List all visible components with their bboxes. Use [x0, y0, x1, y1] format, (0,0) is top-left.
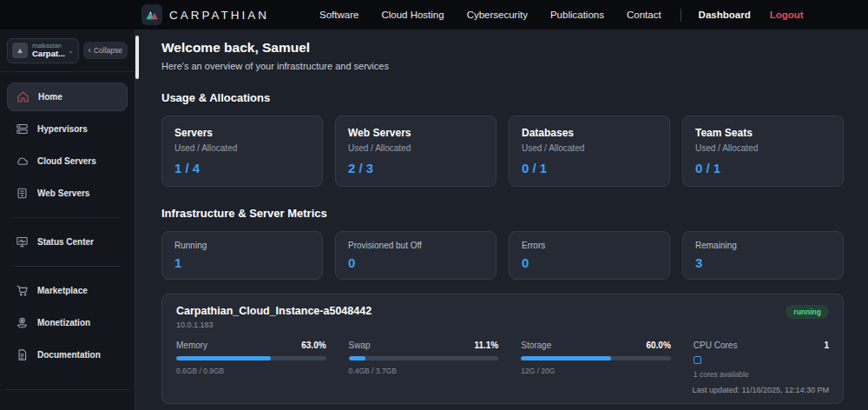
sidebar-item-label: Home [38, 92, 62, 102]
org-switcher[interactable]: ▲ malkasian Carpat... ⌄ [7, 38, 79, 63]
mountain-logo-icon [141, 4, 162, 25]
sidebar-item-hypervisors[interactable]: Hypervisors [7, 115, 128, 143]
sidebar-divider [14, 217, 121, 218]
card-label: Running [174, 241, 310, 250]
monetization-icon [15, 315, 29, 329]
meter-label: Storage [521, 341, 551, 350]
card-subtitle: Used / Allocated [174, 143, 310, 153]
last-updated-text: Last updated: 11/16/2025, 12:14:30 PM [176, 386, 829, 394]
hypervisors-icon [15, 122, 29, 136]
meter-detail: 12G / 20G [521, 367, 671, 375]
account-row: ▲ malkasian Carpat... ⌄ ‹ Collapse [0, 30, 135, 72]
meter-detail: 0.6GB / 0.9GB [176, 367, 326, 375]
card-subtitle: Used / Allocated [522, 143, 657, 153]
meter-percent: 11.1% [474, 341, 498, 350]
cpu-core-icon [694, 356, 701, 364]
sidebar-item-status-center[interactable]: Status Center [7, 228, 128, 256]
main-content: Welcome back, Samuel Here's an overview … [135, 30, 868, 410]
usage-section-title: Usage & Allocations [161, 91, 844, 104]
metric-card-running: Running 1 [161, 231, 323, 280]
progress-bar [521, 356, 671, 360]
meter-label: Swap [349, 341, 371, 350]
progress-fill [349, 356, 365, 360]
sidebar-collapse-button[interactable]: ‹ Collapse [83, 42, 128, 59]
sidebar-item-cloud-servers[interactable]: Cloud Servers [7, 147, 128, 175]
sidebar-item-home[interactable]: Home [7, 83, 128, 111]
usage-card-servers: Servers Used / Allocated 1 / 4 [161, 116, 323, 187]
sidebar-item-label: Monetization [37, 318, 90, 327]
card-value: 0 / 1 [522, 161, 657, 175]
storage-meter: Storage 60.0% 12G / 20G [521, 341, 671, 379]
metric-card-remaining: Remaining 3 [682, 231, 844, 280]
progress-bar [176, 356, 326, 360]
brand-logo-link[interactable]: CARPATHIAN [141, 4, 269, 25]
card-value: 2 / 3 [348, 161, 483, 175]
nav-logout[interactable]: Logout [770, 10, 804, 20]
top-navigation-bar: CARPATHIAN Software Cloud Hosting Cybers… [0, 0, 868, 30]
top-nav: Software Cloud Hosting Cybersecurity Pub… [319, 10, 661, 20]
sidebar-item-documentation[interactable]: Documentation [7, 341, 128, 369]
org-names: malkasian Carpat... [32, 43, 62, 59]
brand-name: CARPATHIAN [169, 9, 269, 22]
metric-card-errors: Errors 0 [509, 231, 670, 280]
chevron-down-icon: ⌄ [68, 47, 74, 55]
sidebar-item-monetization[interactable]: Monetization [7, 308, 128, 337]
card-title: Web Servers [348, 127, 483, 139]
sidebar-item-marketplace[interactable]: Marketplace [7, 276, 128, 305]
instance-header: Carpathian_Cloud_Instance-a5048442 10.0.… [176, 305, 829, 329]
cpu-detail: 1 cores available [694, 370, 829, 379]
nav-contact[interactable]: Contact [627, 10, 661, 20]
card-value: 0 / 1 [695, 161, 831, 175]
cpu-count: 1 [824, 341, 829, 350]
nav-cloud-hosting[interactable]: Cloud Hosting [381, 10, 444, 20]
card-subtitle: Used / Allocated [348, 143, 483, 153]
card-value: 3 [695, 255, 831, 270]
meter-percent: 63.0% [301, 341, 326, 350]
sidebar-item-label: Hypervisors [37, 124, 88, 134]
card-label: Remaining [695, 241, 831, 250]
card-value: 1 [174, 255, 310, 270]
nav-publications[interactable]: Publications [550, 10, 604, 20]
metrics-section-title: Infrastructure & Server Metrics [161, 207, 844, 220]
instance-card[interactable]: Carpathian_Cloud_Instance-a5048442 10.0.… [161, 294, 844, 404]
status-monitor-icon [15, 235, 29, 248]
card-value: 0 [348, 255, 483, 270]
chevron-left-icon: ‹ [89, 46, 91, 55]
sidebar-item-label: Status Center [37, 237, 94, 247]
web-server-icon [15, 186, 29, 200]
status-badge: running [786, 305, 829, 319]
nav-divider [681, 9, 681, 22]
card-value: 0 [522, 255, 657, 270]
shopping-cart-icon [15, 283, 29, 297]
nav-software[interactable]: Software [319, 10, 358, 20]
sidebar: ▲ malkasian Carpat... ⌄ ‹ Collapse Home [0, 30, 135, 410]
sidebar-item-web-servers[interactable]: Web Servers [7, 179, 128, 208]
card-label: Errors [522, 241, 657, 250]
instance-ip: 10.0.1.183 [176, 321, 372, 329]
instance-name: Carpathian_Cloud_Instance-a5048442 [176, 305, 372, 317]
usage-card-databases: Databases Used / Allocated 0 / 1 [509, 116, 670, 187]
document-icon [15, 347, 29, 361]
sidebar-nav: Home Hypervisors Cloud Servers Web Serve… [0, 72, 135, 410]
card-label: Provisioned but Off [348, 241, 483, 250]
org-avatar: ▲ [12, 43, 28, 58]
memory-meter: Memory 63.0% 0.6GB / 0.9GB [176, 341, 326, 379]
page-subtitle: Here's an overview of your infrastructur… [161, 61, 844, 71]
nav-dashboard[interactable]: Dashboard [699, 10, 751, 20]
sidebar-item-label: Documentation [37, 350, 101, 360]
sidebar-footer [5, 389, 129, 410]
usage-card-team-seats: Team Seats Used / Allocated 0 / 1 [682, 116, 844, 187]
cloud-icon [15, 154, 29, 168]
card-title: Databases [522, 127, 657, 139]
meter-label: Memory [176, 341, 207, 350]
usage-card-grid: Servers Used / Allocated 1 / 4 Web Serve… [161, 116, 844, 187]
card-title: Servers [174, 127, 310, 139]
sidebar-item-label: Cloud Servers [37, 156, 96, 166]
nav-cybersecurity[interactable]: Cybersecurity [467, 10, 528, 20]
sidebar-item-label: Marketplace [37, 286, 88, 295]
card-subtitle: Used / Allocated [695, 143, 831, 153]
scrollbar-thumb[interactable] [135, 36, 139, 79]
instance-metrics: Memory 63.0% 0.6GB / 0.9GB Swap 11.1% 0.… [176, 341, 829, 379]
cpu-cores-meter: CPU Cores 1 1 cores available [694, 341, 829, 379]
card-value: 1 / 4 [174, 161, 310, 175]
